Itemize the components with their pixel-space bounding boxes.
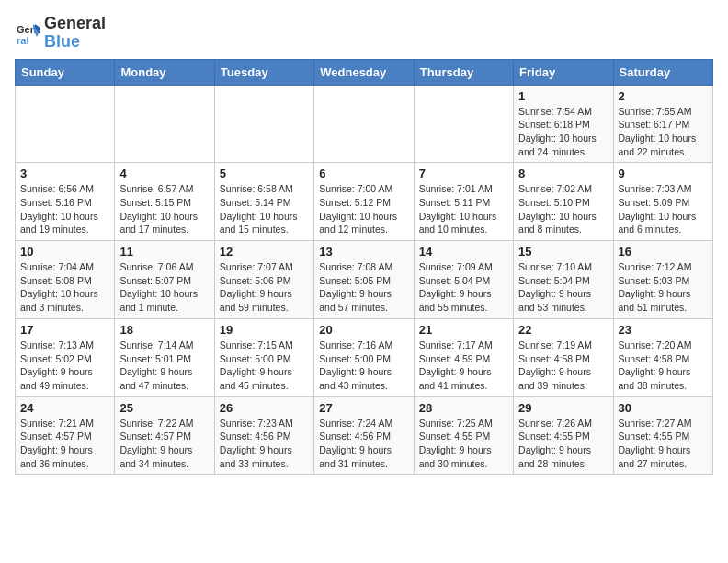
- day-cell: 18Sunrise: 7:14 AM Sunset: 5:01 PM Dayli…: [115, 318, 214, 396]
- day-cell: 2Sunrise: 7:55 AM Sunset: 6:17 PM Daylig…: [613, 85, 712, 163]
- day-cell: 25Sunrise: 7:22 AM Sunset: 4:57 PM Dayli…: [115, 396, 214, 475]
- day-cell: 4Sunrise: 6:57 AM Sunset: 5:15 PM Daylig…: [115, 163, 214, 241]
- day-info: Sunrise: 7:23 AM Sunset: 4:56 PM Dayligh…: [220, 417, 309, 471]
- day-cell: 14Sunrise: 7:09 AM Sunset: 5:04 PM Dayli…: [414, 241, 513, 319]
- day-number: 27: [319, 401, 408, 415]
- day-number: 12: [220, 245, 309, 259]
- day-number: 29: [518, 401, 608, 415]
- day-info: Sunrise: 6:56 AM Sunset: 5:16 PM Dayligh…: [20, 182, 109, 236]
- day-info: Sunrise: 7:14 AM Sunset: 5:01 PM Dayligh…: [119, 339, 209, 393]
- day-info: Sunrise: 7:01 AM Sunset: 5:11 PM Dayligh…: [419, 182, 508, 236]
- day-number: 19: [220, 323, 309, 337]
- day-number: 14: [419, 245, 508, 259]
- header-day-friday: Friday: [514, 59, 613, 85]
- day-number: 4: [119, 167, 209, 180]
- day-number: 21: [419, 323, 508, 337]
- day-cell: 17Sunrise: 7:13 AM Sunset: 5:02 PM Dayli…: [16, 318, 115, 396]
- day-cell: [214, 85, 313, 163]
- header-day-saturday: Saturday: [613, 59, 712, 85]
- day-info: Sunrise: 7:24 AM Sunset: 4:56 PM Dayligh…: [319, 417, 408, 471]
- day-cell: 29Sunrise: 7:26 AM Sunset: 4:55 PM Dayli…: [514, 396, 613, 475]
- day-number: 26: [220, 401, 309, 415]
- day-info: Sunrise: 7:10 AM Sunset: 5:04 PM Dayligh…: [518, 260, 608, 315]
- day-cell: 3Sunrise: 6:56 AM Sunset: 5:16 PM Daylig…: [16, 163, 115, 241]
- day-info: Sunrise: 7:02 AM Sunset: 5:10 PM Dayligh…: [518, 182, 608, 236]
- svg-text:ral: ral: [17, 35, 28, 46]
- day-number: 17: [20, 323, 109, 337]
- day-info: Sunrise: 7:20 AM Sunset: 4:58 PM Dayligh…: [619, 339, 708, 393]
- day-cell: [16, 85, 115, 163]
- header-row: SundayMondayTuesdayWednesdayThursdayFrid…: [16, 59, 713, 85]
- day-cell: 11Sunrise: 7:06 AM Sunset: 5:07 PM Dayli…: [115, 241, 214, 319]
- day-cell: 28Sunrise: 7:25 AM Sunset: 4:55 PM Dayli…: [414, 396, 513, 475]
- day-cell: 6Sunrise: 7:00 AM Sunset: 5:12 PM Daylig…: [314, 163, 414, 241]
- day-cell: 9Sunrise: 7:03 AM Sunset: 5:09 PM Daylig…: [613, 163, 712, 241]
- day-cell: 16Sunrise: 7:12 AM Sunset: 5:03 PM Dayli…: [613, 241, 712, 319]
- day-cell: 21Sunrise: 7:17 AM Sunset: 4:59 PM Dayli…: [414, 318, 513, 396]
- day-info: Sunrise: 7:27 AM Sunset: 4:55 PM Dayligh…: [619, 417, 708, 471]
- header-day-sunday: Sunday: [16, 59, 115, 85]
- header-day-thursday: Thursday: [414, 59, 513, 85]
- logo-text: General Blue: [44, 15, 106, 52]
- day-info: Sunrise: 6:58 AM Sunset: 5:14 PM Dayligh…: [220, 182, 309, 236]
- day-number: 10: [20, 245, 109, 259]
- day-info: Sunrise: 7:55 AM Sunset: 6:17 PM Dayligh…: [619, 105, 708, 159]
- logo: Gene ral General Blue: [15, 15, 106, 52]
- day-number: 9: [619, 167, 708, 180]
- day-cell: 30Sunrise: 7:27 AM Sunset: 4:55 PM Dayli…: [613, 396, 712, 475]
- day-cell: 1Sunrise: 7:54 AM Sunset: 6:18 PM Daylig…: [514, 85, 613, 163]
- day-cell: 5Sunrise: 6:58 AM Sunset: 5:14 PM Daylig…: [214, 163, 313, 241]
- day-number: 24: [20, 401, 109, 415]
- day-number: 3: [20, 167, 109, 180]
- day-number: 13: [319, 245, 408, 259]
- day-number: 7: [419, 167, 508, 180]
- day-number: 23: [619, 323, 708, 337]
- day-info: Sunrise: 7:19 AM Sunset: 4:58 PM Dayligh…: [518, 339, 608, 393]
- day-number: 18: [119, 323, 209, 337]
- day-info: Sunrise: 7:54 AM Sunset: 6:18 PM Dayligh…: [518, 105, 608, 159]
- day-number: 30: [619, 401, 708, 415]
- day-number: 22: [518, 323, 608, 337]
- day-number: 28: [419, 401, 508, 415]
- day-number: 6: [319, 167, 408, 180]
- day-info: Sunrise: 7:25 AM Sunset: 4:55 PM Dayligh…: [419, 417, 508, 471]
- day-info: Sunrise: 6:57 AM Sunset: 5:15 PM Dayligh…: [119, 182, 209, 236]
- day-info: Sunrise: 7:04 AM Sunset: 5:08 PM Dayligh…: [20, 260, 109, 315]
- day-cell: 22Sunrise: 7:19 AM Sunset: 4:58 PM Dayli…: [514, 318, 613, 396]
- day-cell: [414, 85, 513, 163]
- day-number: 11: [119, 245, 209, 259]
- day-cell: 10Sunrise: 7:04 AM Sunset: 5:08 PM Dayli…: [16, 241, 115, 319]
- week-row-5: 24Sunrise: 7:21 AM Sunset: 4:57 PM Dayli…: [16, 396, 713, 475]
- day-number: 1: [518, 89, 608, 103]
- day-number: 25: [119, 401, 209, 415]
- day-info: Sunrise: 7:17 AM Sunset: 4:59 PM Dayligh…: [419, 339, 508, 393]
- day-info: Sunrise: 7:00 AM Sunset: 5:12 PM Dayligh…: [319, 182, 408, 236]
- day-number: 2: [619, 89, 708, 103]
- day-info: Sunrise: 7:07 AM Sunset: 5:06 PM Dayligh…: [220, 260, 309, 315]
- day-cell: 15Sunrise: 7:10 AM Sunset: 5:04 PM Dayli…: [514, 241, 613, 319]
- day-info: Sunrise: 7:06 AM Sunset: 5:07 PM Dayligh…: [119, 260, 209, 315]
- header-day-tuesday: Tuesday: [214, 59, 313, 85]
- day-cell: [314, 85, 414, 163]
- page-header: Gene ral General Blue: [15, 15, 713, 52]
- week-row-4: 17Sunrise: 7:13 AM Sunset: 5:02 PM Dayli…: [16, 318, 713, 396]
- day-cell: 12Sunrise: 7:07 AM Sunset: 5:06 PM Dayli…: [214, 241, 313, 319]
- day-info: Sunrise: 7:13 AM Sunset: 5:02 PM Dayligh…: [20, 339, 109, 393]
- week-row-3: 10Sunrise: 7:04 AM Sunset: 5:08 PM Dayli…: [16, 241, 713, 319]
- header-day-wednesday: Wednesday: [314, 59, 414, 85]
- day-info: Sunrise: 7:26 AM Sunset: 4:55 PM Dayligh…: [518, 417, 608, 471]
- week-row-1: 1Sunrise: 7:54 AM Sunset: 6:18 PM Daylig…: [16, 85, 713, 163]
- day-info: Sunrise: 7:03 AM Sunset: 5:09 PM Dayligh…: [619, 182, 708, 236]
- day-number: 16: [619, 245, 708, 259]
- day-info: Sunrise: 7:16 AM Sunset: 5:00 PM Dayligh…: [319, 339, 408, 393]
- day-cell: [115, 85, 214, 163]
- day-number: 15: [518, 245, 608, 259]
- day-cell: 26Sunrise: 7:23 AM Sunset: 4:56 PM Dayli…: [214, 396, 313, 475]
- day-cell: 20Sunrise: 7:16 AM Sunset: 5:00 PM Dayli…: [314, 318, 414, 396]
- calendar-table: SundayMondayTuesdayWednesdayThursdayFrid…: [15, 59, 713, 476]
- day-info: Sunrise: 7:09 AM Sunset: 5:04 PM Dayligh…: [419, 260, 508, 315]
- day-cell: 27Sunrise: 7:24 AM Sunset: 4:56 PM Dayli…: [314, 396, 414, 475]
- day-cell: 23Sunrise: 7:20 AM Sunset: 4:58 PM Dayli…: [613, 318, 712, 396]
- day-number: 5: [220, 167, 309, 180]
- week-row-2: 3Sunrise: 6:56 AM Sunset: 5:16 PM Daylig…: [16, 163, 713, 241]
